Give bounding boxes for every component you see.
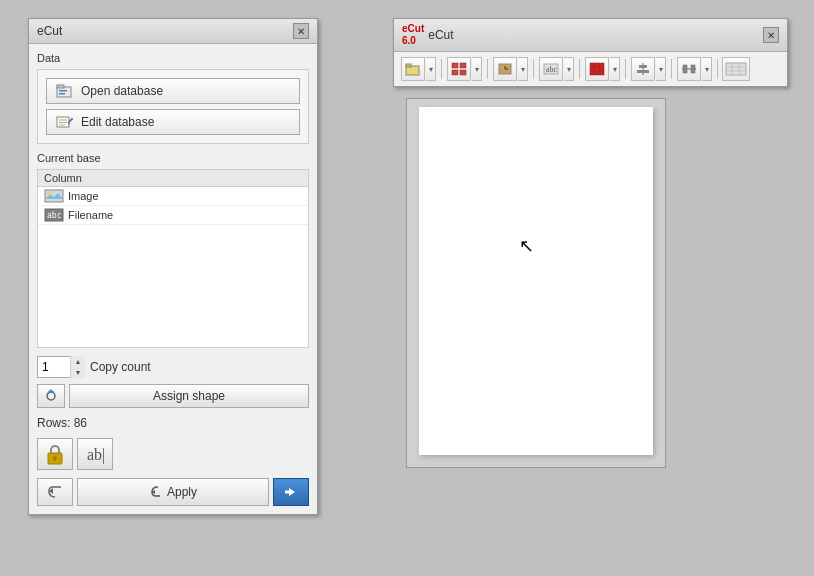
table-row-filename[interactable]: abc Filename — [38, 206, 308, 225]
toolbar-btn-folder-dropdown[interactable]: ▾ — [426, 57, 436, 81]
spinbox-up-button[interactable]: ▲ — [71, 356, 85, 367]
toolbar-btn-align[interactable] — [631, 57, 655, 81]
toolbar-group-4: abc ▾ — [538, 56, 575, 82]
svg-rect-40 — [639, 65, 647, 68]
svg-text:abc: abc — [546, 65, 558, 74]
panel-close-button[interactable]: ✕ — [293, 23, 309, 39]
toolbar-btn-grid-dropdown[interactable]: ▾ — [472, 57, 482, 81]
data-section-label: Data — [37, 52, 309, 64]
separator-6 — [671, 59, 672, 79]
svg-rect-30 — [460, 70, 466, 75]
toolbar-window: eCut6.0 eCut ✕ ▾ — [393, 18, 788, 87]
toolbar-btn-timer[interactable] — [493, 57, 517, 81]
open-db-icon — [55, 83, 75, 99]
toolbar-group-3: ▾ — [492, 56, 529, 82]
toolbar-btn-red-grid[interactable] — [585, 57, 609, 81]
panel-title-bar: eCut ✕ — [29, 19, 317, 44]
filename-row-icon: abc — [44, 208, 64, 222]
spinbox-down-button[interactable]: ▼ — [71, 367, 85, 378]
edit-database-button[interactable]: Edit database — [46, 109, 300, 135]
separator-3 — [533, 59, 534, 79]
copy-count-row: ▲ ▼ Copy count — [37, 356, 309, 378]
panel-title: eCut — [37, 24, 62, 38]
apply-button[interactable]: Apply — [77, 478, 269, 506]
apply-back-arrow-icon — [149, 485, 163, 499]
svg-point-16 — [50, 390, 53, 393]
svg-rect-27 — [452, 63, 458, 68]
toolbar-group-6: ▾ — [630, 56, 667, 82]
edit-database-label: Edit database — [81, 115, 154, 129]
separator-1 — [441, 59, 442, 79]
forward-icon — [281, 483, 301, 501]
spinbox-buttons: ▲ ▼ — [70, 356, 85, 378]
assign-shape-button[interactable]: Assign shape — [69, 384, 309, 408]
svg-point-15 — [47, 392, 55, 400]
svg-rect-28 — [460, 63, 466, 68]
text-icon: ab| — [85, 443, 105, 465]
bottom-icons-row: ab| — [37, 438, 309, 470]
lock-icon-button[interactable] — [37, 438, 73, 470]
cursor-icon: ↖ — [519, 237, 534, 255]
toolbar-group-7: ▾ — [676, 56, 713, 82]
svg-rect-2 — [59, 90, 67, 92]
svg-rect-24 — [285, 491, 291, 494]
toolbar-close-button[interactable]: ✕ — [763, 27, 779, 43]
apply-label: Apply — [167, 485, 197, 499]
table-header: Column — [38, 170, 308, 187]
copy-count-spinbox[interactable]: ▲ ▼ — [37, 356, 82, 378]
apply-row: Apply — [37, 478, 309, 506]
toolbar-btn-text-dropdown[interactable]: ▾ — [564, 57, 574, 81]
toolbar-btn-timer-dropdown[interactable]: ▾ — [518, 57, 528, 81]
edit-db-icon — [55, 114, 75, 130]
separator-4 — [579, 59, 580, 79]
assign-shape-row: Assign shape — [37, 384, 309, 408]
forward-button[interactable] — [273, 478, 309, 506]
toolbar-group-2: ▾ — [446, 56, 483, 82]
toolbar-title-content: eCut6.0 eCut — [402, 23, 454, 47]
toolbar-logo-icon: eCut6.0 — [402, 23, 424, 47]
toolbar-group-5: ▾ — [584, 56, 621, 82]
svg-point-12 — [47, 191, 51, 195]
table-row[interactable]: Image — [38, 187, 308, 206]
empty-header — [242, 172, 302, 184]
toolbar-btn-distribute-dropdown[interactable]: ▾ — [702, 57, 712, 81]
toolbar-btn-red-grid-dropdown[interactable]: ▾ — [610, 57, 620, 81]
assign-shape-label: Assign shape — [153, 389, 225, 403]
toolbar-btn-folder[interactable] — [401, 57, 425, 81]
svg-text:abc: abc — [47, 211, 62, 220]
copy-count-input[interactable] — [38, 360, 70, 374]
toolbar-title: eCut — [428, 28, 453, 42]
copy-count-label: Copy count — [90, 360, 151, 374]
toolbar-btn-distribute[interactable] — [677, 57, 701, 81]
toolbar-title-bar: eCut6.0 eCut ✕ — [394, 19, 787, 52]
svg-rect-45 — [726, 63, 746, 75]
canvas-window: ↖ — [406, 98, 666, 468]
image-row-text: Image — [68, 190, 99, 202]
current-base-table: Column Image — [37, 169, 309, 348]
canvas-inner: ↖ — [419, 107, 653, 455]
assign-shape-icon-button[interactable] — [37, 384, 65, 408]
svg-rect-43 — [683, 65, 687, 73]
separator-7 — [717, 59, 718, 79]
svg-rect-44 — [691, 65, 695, 73]
svg-rect-41 — [637, 70, 649, 73]
svg-rect-29 — [452, 70, 458, 75]
text-icon-button[interactable]: ab| — [77, 438, 113, 470]
data-section: Open database Edit database — [37, 69, 309, 144]
back-icon — [45, 483, 65, 501]
back-button[interactable] — [37, 478, 73, 506]
separator-2 — [487, 59, 488, 79]
svg-rect-1 — [57, 85, 64, 88]
current-base-label: Current base — [37, 152, 309, 164]
svg-rect-34 — [590, 63, 604, 75]
toolbar-btn-text[interactable]: abc — [539, 57, 563, 81]
separator-5 — [625, 59, 626, 79]
toolbar-btn-align-dropdown[interactable]: ▾ — [656, 57, 666, 81]
open-database-label: Open database — [81, 84, 163, 98]
toolbar-body: ▾ ▾ — [394, 52, 787, 86]
table-body[interactable]: Image abc Filename — [38, 187, 308, 347]
toolbar-btn-last[interactable] — [722, 57, 750, 81]
toolbar-btn-grid[interactable] — [447, 57, 471, 81]
toolbar-group-1: ▾ — [400, 56, 437, 82]
open-database-button[interactable]: Open database — [46, 78, 300, 104]
